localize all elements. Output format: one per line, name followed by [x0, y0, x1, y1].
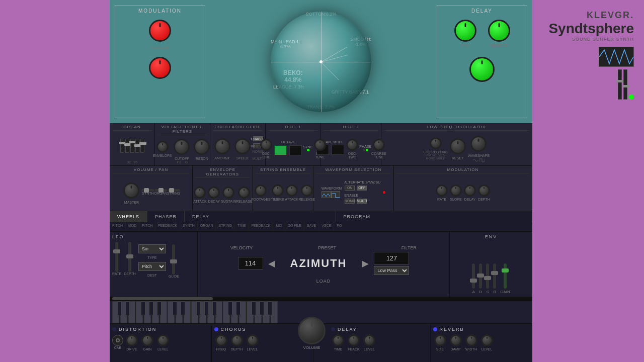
delay-mix-knob[interactable]	[469, 57, 495, 82]
osc2-knob[interactable]	[346, 139, 358, 151]
env-s-slider[interactable]	[486, 263, 489, 289]
scroll-bar[interactable]	[110, 297, 532, 301]
sub-tab-string[interactable]: STRING	[216, 222, 234, 231]
osc2-coarse-knob[interactable]	[373, 139, 385, 151]
sub-tab-mix[interactable]: MIX	[273, 222, 285, 231]
sub-tab-mod[interactable]: MOD	[126, 222, 139, 231]
filter-value[interactable]: 127	[374, 252, 409, 264]
osc2-oct-2[interactable]	[332, 145, 344, 155]
chorus-depth-knob[interactable]	[231, 334, 243, 346]
velocity-value[interactable]: 114	[238, 257, 263, 269]
filter-type-select[interactable]: Low Pass High Pass Band Pass	[374, 266, 409, 275]
drive-knob[interactable]	[126, 334, 138, 346]
tab-delay[interactable]: DELAY	[185, 211, 336, 222]
organ-fader-5[interactable]	[140, 139, 144, 153]
vcf-reson-knob[interactable]	[194, 139, 210, 155]
master-slider-1[interactable]	[618, 69, 622, 100]
piano-key-g2s[interactable]	[204, 301, 209, 315]
reverb-width-knob[interactable]	[465, 334, 477, 346]
master-vol-knob[interactable]	[123, 183, 139, 199]
mod-depth-knob[interactable]	[478, 185, 490, 197]
piano-key-c2s[interactable]	[173, 301, 177, 315]
mod-knob-2[interactable]	[149, 57, 171, 79]
vcf-envelope-knob[interactable]	[156, 141, 169, 153]
piano-key-a2s[interactable]	[212, 301, 217, 315]
glide-speed-knob[interactable]	[234, 138, 251, 154]
lfo-rate-slider[interactable]	[115, 242, 118, 272]
env-d-slider[interactable]	[479, 263, 482, 289]
glide-amount-knob[interactable]	[214, 138, 230, 154]
env-attack-knob[interactable]	[194, 187, 206, 199]
delay-time-fx-knob[interactable]	[332, 334, 344, 346]
preset-next-btn[interactable]: ▶	[359, 255, 371, 272]
reverb-level-knob[interactable]	[481, 334, 493, 346]
piano-key-as[interactable]	[157, 301, 162, 315]
sub-tab-organ[interactable]: ORGAN	[198, 222, 216, 231]
piano-key-c3s[interactable]	[228, 301, 232, 315]
string-slider[interactable]	[168, 189, 180, 192]
sub-tab-po[interactable]: PO	[334, 222, 344, 231]
piano-key-fs[interactable]	[141, 301, 145, 315]
sub-tab-feedback[interactable]: FEEDBACK	[155, 222, 180, 231]
piano-key-d2s[interactable]	[181, 301, 185, 315]
env-release-knob[interactable]	[238, 187, 250, 199]
distortion-power-btn[interactable]	[112, 335, 123, 346]
organ-fader-1[interactable]	[120, 139, 124, 153]
scroll-thumb[interactable]	[112, 297, 213, 300]
osc1-fine-knob[interactable]	[314, 139, 326, 151]
delay-fback-knob[interactable]	[348, 334, 360, 346]
str-attack-knob[interactable]	[286, 185, 298, 197]
volume-knob[interactable]	[298, 317, 326, 344]
dist-level-knob[interactable]	[157, 334, 169, 346]
chorus-freq-knob[interactable]	[215, 334, 227, 346]
piano-key-d3s[interactable]	[236, 301, 240, 315]
mod-slope-knob[interactable]	[450, 185, 462, 197]
synth-slider[interactable]	[141, 189, 154, 192]
organ-fader-4[interactable]	[135, 139, 139, 153]
organ-fader-3[interactable]	[130, 139, 134, 153]
preset-prev-btn[interactable]: ◀	[266, 255, 278, 272]
mod-delay-knob[interactable]	[464, 185, 476, 197]
master-slider-2[interactable]	[623, 69, 627, 100]
env-decay-knob[interactable]	[208, 187, 220, 199]
lfo-routing-knob[interactable]	[430, 137, 442, 149]
sub-tab-vsce[interactable]: VSCE	[319, 222, 334, 231]
nomb-btn[interactable]: NOMB	[345, 199, 355, 204]
delay-time-knob[interactable]	[454, 20, 476, 42]
load-btn[interactable]: LOAD	[316, 279, 331, 284]
piano-key-g3s[interactable]	[260, 301, 264, 315]
lfo-depth-slider[interactable]	[128, 242, 131, 272]
tab-wheels[interactable]: WHEELS	[110, 211, 147, 222]
sub-tab-pitch2[interactable]: PITCH	[139, 222, 155, 231]
osc1-knob[interactable]	[260, 139, 272, 151]
organ-fader-2[interactable]	[125, 139, 129, 153]
piano-key-a3s[interactable]	[268, 301, 272, 315]
mod-knob-1[interactable]	[149, 20, 171, 42]
piano-key-f3s[interactable]	[252, 301, 256, 315]
tab-phaser[interactable]: PHASER	[147, 211, 185, 222]
chorus-level-knob[interactable]	[247, 334, 259, 346]
timbre-knob[interactable]	[272, 185, 284, 197]
osc1-octave-1[interactable]	[274, 145, 287, 155]
alt-on-btn[interactable]: ON	[345, 186, 355, 191]
mod-rate-knob[interactable]	[436, 185, 448, 197]
vcf-cutoff-knob[interactable]	[174, 139, 190, 155]
delay-feedback-knob[interactable]	[488, 20, 510, 42]
sub-tab-feedback2[interactable]: FEEDBACK	[249, 222, 274, 231]
reverb-damp-knob[interactable]	[450, 334, 462, 346]
organ-slider[interactable]	[154, 189, 167, 192]
alt-off-btn[interactable]: OFF	[357, 186, 367, 191]
lfo-glide-slider[interactable]	[172, 244, 175, 275]
wave-block-1[interactable]	[321, 191, 331, 198]
wave-block-2[interactable]	[331, 191, 340, 198]
dist-gain-knob[interactable]	[141, 334, 153, 346]
piano-key-f2s[interactable]	[196, 301, 201, 315]
tab-program[interactable]: PROGRAM	[336, 211, 532, 222]
env-sustain-knob[interactable]	[222, 187, 234, 199]
multi-btn[interactable]: MULTI	[357, 199, 367, 204]
env-a-slider[interactable]	[472, 263, 475, 289]
lfo-waveshape-knob[interactable]	[470, 136, 487, 152]
sub-tab-dofile[interactable]: DO FILE	[285, 222, 304, 231]
env-gain-slider[interactable]	[504, 263, 507, 289]
sub-tab-time[interactable]: TIME	[235, 222, 249, 231]
